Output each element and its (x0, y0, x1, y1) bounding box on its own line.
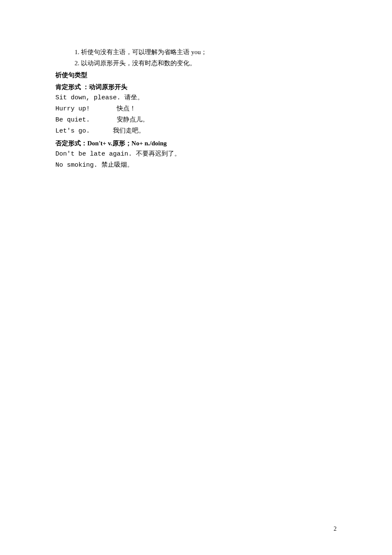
document-page: 1. 祈使句没有主语，可以理解为省略主语 you； 2. 以动词原形开头，没有时… (0, 0, 392, 171)
list-point-1: 1. 祈使句没有主语，可以理解为省略主语 you； (55, 47, 337, 57)
example-line: Be quiet. 安静点儿。 (55, 115, 337, 125)
example-line: Hurry up! 快点！ (55, 104, 337, 114)
heading-types: 祈使句类型 (55, 70, 337, 80)
list-point-2: 2. 以动词原形开头，没有时态和数的变化。 (55, 58, 337, 68)
example-line: Don't be late again. 不要再迟到了。 (55, 149, 337, 159)
example-line: Sit down, please. 请坐。 (55, 93, 337, 103)
heading-affirmative: 肯定形式 ：动词原形开头 (55, 82, 337, 92)
example-line: Let's go. 我们走吧。 (55, 126, 337, 136)
heading-negative: 否定形式：Don't+ v.原形；No+ n./doing (55, 138, 337, 148)
page-number: 2 (334, 524, 337, 534)
example-line: No smoking. 禁止吸烟。 (55, 160, 337, 171)
